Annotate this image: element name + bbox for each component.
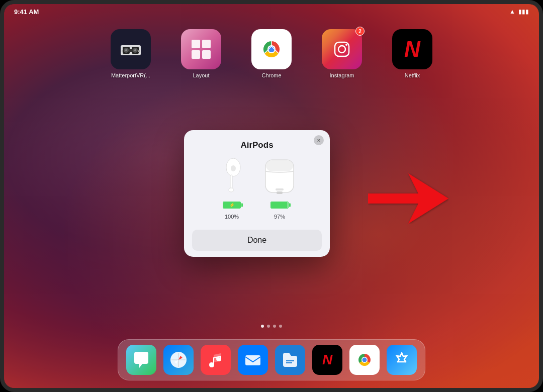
red-arrow (368, 173, 448, 224)
svg-point-6 (134, 49, 136, 51)
svg-point-21 (338, 46, 345, 53)
dock-music[interactable] (201, 345, 231, 375)
instagram-icon: 2 (322, 29, 362, 69)
svg-rect-9 (138, 50, 140, 52)
wifi-icon: ▲ (509, 8, 515, 15)
svg-point-28 (210, 363, 214, 367)
layout-label: Layout (193, 72, 209, 78)
dialog-title: AirPods (192, 140, 322, 150)
case-battery-row (270, 202, 289, 209)
chrome-label: Chrome (261, 72, 281, 78)
svg-rect-8 (122, 50, 123, 52)
svg-rect-7 (129, 49, 133, 52)
svg-point-22 (345, 44, 347, 46)
case-battery-cap (289, 203, 291, 207)
dialog-close-button[interactable]: × (314, 135, 324, 145)
airpods-dialog: × AirPods ⚡ (184, 130, 330, 257)
battery-icon: ▮▮▮ (518, 8, 529, 15)
app-netflix[interactable]: N Netflix (392, 29, 432, 78)
done-button[interactable]: Done (192, 230, 322, 251)
left-pod-pct: 100% (225, 214, 239, 220)
left-battery-cap (241, 203, 243, 207)
netflix-icon: N (392, 29, 432, 69)
svg-point-5 (125, 49, 127, 51)
airpods-case-svg (259, 157, 300, 198)
airpod-left-item: ⚡ 100% (214, 157, 249, 220)
dock-messages[interactable] (126, 345, 156, 375)
page-dot-3[interactable] (273, 325, 276, 328)
svg-rect-43 (277, 191, 283, 194)
svg-rect-12 (192, 50, 200, 59)
case-battery-bar (270, 202, 289, 209)
ipad-frame: 9:41 AM ▲ ▮▮▮ (0, 0, 543, 392)
page-dots (4, 325, 539, 328)
app-instagram[interactable]: 2 Instagram (322, 29, 362, 78)
home-icons-row: MatterportVR(... Layout (4, 29, 539, 78)
dock: N (118, 339, 425, 380)
svg-marker-45 (368, 173, 448, 224)
dock-mail[interactable] (238, 345, 268, 375)
svg-point-35 (363, 358, 367, 362)
layout-icon (181, 29, 221, 69)
airpod-case-item: 97% (259, 157, 300, 220)
svg-rect-10 (192, 40, 200, 48)
matterport-icon (111, 29, 151, 69)
dock-chrome[interactable] (349, 345, 380, 375)
airpod-single-svg (214, 157, 249, 198)
svg-point-29 (217, 357, 221, 361)
left-battery-bar: ⚡ (223, 202, 241, 209)
left-pod-battery-row: ⚡ (223, 202, 241, 209)
case-battery-fill (271, 202, 288, 208)
app-layout[interactable]: Layout (181, 29, 221, 78)
svg-rect-13 (202, 50, 211, 59)
chrome-icon-bg (251, 29, 292, 69)
case-pct: 97% (274, 214, 285, 220)
svg-rect-41 (266, 160, 293, 171)
left-battery-bolt: ⚡ (229, 203, 235, 208)
page-dot-2[interactable] (267, 325, 270, 328)
netflix-label: Netflix (405, 72, 420, 78)
svg-rect-11 (202, 40, 211, 48)
dock-files[interactable] (275, 345, 305, 375)
airpods-visual: ⚡ 100% (192, 157, 322, 220)
app-matterport[interactable]: MatterportVR(... (111, 29, 151, 78)
dock-safari[interactable] (163, 345, 194, 375)
svg-rect-42 (276, 188, 284, 190)
instagram-label: Instagram (330, 72, 354, 78)
svg-point-16 (268, 46, 275, 52)
svg-rect-30 (245, 355, 260, 365)
instagram-badge: 2 (355, 27, 365, 36)
netflix-n: N (404, 37, 420, 62)
status-time: 9:41 AM (14, 8, 39, 16)
dock-netflix[interactable]: N (312, 345, 342, 375)
status-right: ▲ ▮▮▮ (509, 8, 529, 15)
dock-appstore[interactable] (387, 345, 417, 375)
app-chrome[interactable]: Chrome (251, 29, 292, 78)
svg-point-39 (231, 165, 236, 171)
matterport-label: MatterportVR(... (111, 72, 150, 78)
page-dot-4[interactable] (279, 325, 282, 328)
page-dot-1[interactable] (261, 325, 264, 328)
status-bar: 9:41 AM ▲ ▮▮▮ (4, 4, 539, 19)
dock-netflix-n: N (322, 352, 332, 368)
svg-point-38 (229, 188, 234, 192)
